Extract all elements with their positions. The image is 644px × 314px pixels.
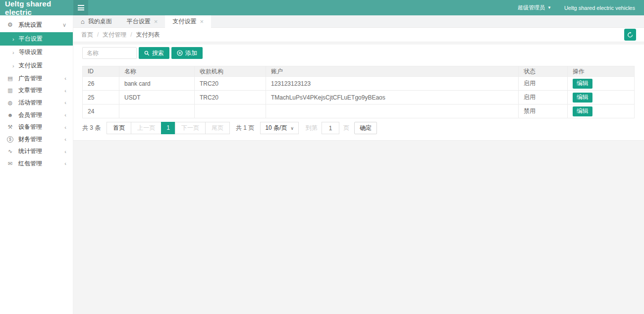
sidebar-item-label: 财务管理: [18, 135, 42, 144]
cell-agency: TRC20: [195, 91, 266, 105]
close-icon[interactable]: ×: [200, 18, 204, 25]
sidebar-subitem-platform-settings[interactable]: › 平台设置: [0, 32, 73, 46]
search-button-label: 搜索: [152, 49, 164, 57]
chevron-down-icon: ∨: [290, 126, 294, 131]
caret-down-icon: ▼: [547, 6, 551, 10]
table-row: 26 bank card TRC20 123123123123 启用 编辑: [83, 77, 635, 91]
add-button-label: 添加: [185, 49, 197, 57]
tab-my-desktop[interactable]: ⌂ 我的桌面: [73, 15, 119, 28]
breadcrumb-payment-list: 支付列表: [136, 31, 160, 39]
user-menu[interactable]: 超级管理员 ▼: [518, 4, 551, 11]
edit-button[interactable]: 编辑: [573, 106, 592, 116]
app-logo: Ueltg shared electric: [0, 0, 73, 16]
breadcrumb: 首页 / 支付管理 / 支付列表: [73, 28, 644, 42]
topbar-right: 超级管理员 ▼ Ueltg shared electric vehicles: [518, 4, 644, 11]
next-page-button: 下一页: [175, 122, 206, 134]
sidebar-item-system-settings[interactable]: ⚙ 系统设置 ∨: [0, 17, 73, 32]
table-row: 24 禁用 编辑: [83, 105, 635, 118]
edit-button[interactable]: 编辑: [573, 93, 592, 103]
sidebar-item-label: 红包管理: [18, 159, 42, 168]
device-icon: ⚒: [6, 124, 14, 130]
sidebar-item-device-management[interactable]: ⚒ 设备管理 ‹: [0, 121, 73, 133]
total-count: 共 3 条: [82, 124, 101, 132]
tab-payment-settings[interactable]: 支付设置 ×: [165, 15, 211, 28]
cell-name: USDT: [119, 91, 195, 105]
column-header-account: 账户: [266, 66, 519, 77]
cell-account: TMachLuPsV4PKejsCjtCFLuETgo9yBEaos: [266, 91, 519, 105]
redpacket-icon: ✉: [6, 160, 14, 167]
chevron-left-icon: ‹: [64, 75, 66, 81]
refresh-icon: [627, 32, 633, 38]
chevron-left-icon: ‹: [64, 160, 66, 166]
close-icon[interactable]: ×: [154, 18, 158, 25]
column-header-status: 状态: [519, 66, 568, 77]
tab-label: 支付设置: [172, 17, 196, 26]
arrow-right-icon: ›: [12, 50, 14, 55]
add-button[interactable]: 添加: [171, 47, 203, 59]
cell-id: 26: [83, 77, 119, 91]
last-page-button: 尾页: [205, 122, 230, 134]
arrow-right-icon: ›: [12, 63, 14, 69]
sidebar-item-label: 设备管理: [18, 123, 42, 131]
hamburger-icon: [78, 5, 84, 10]
sidebar-item-finance-management[interactable]: $ 财务管理 ‹: [0, 133, 73, 146]
menu-toggle-button[interactable]: [73, 0, 88, 15]
cell-agency: [195, 105, 266, 118]
sidebar-item-label: 系统设置: [18, 21, 42, 29]
content-area: 搜索 添加: [73, 42, 644, 314]
arrow-right-icon: ›: [12, 36, 14, 42]
column-header-id: ID: [83, 66, 119, 77]
cell-account: 123123123123: [266, 77, 519, 91]
username: 超级管理员: [518, 4, 545, 11]
sidebar: ⚙ 系统设置 ∨ › 平台设置 › 等级设置 › 支付设置 ▤ 广告管理 ‹ ▥…: [0, 15, 73, 314]
table-header-row: ID 名称 收款机构 账户 状态 操作: [83, 66, 635, 77]
tab-label: 平台设置: [127, 17, 151, 26]
confirm-button[interactable]: 确定: [354, 122, 377, 134]
payment-list-panel: 搜索 添加: [73, 45, 644, 141]
chevron-left-icon: ‹: [64, 112, 66, 118]
sidebar-item-article-management[interactable]: ▥ 文章管理 ‹: [0, 85, 73, 97]
sidebar-item-statistics-management[interactable]: ∿ 统计管理 ‹: [0, 146, 73, 158]
sidebar-item-redpacket-management[interactable]: ✉ 红包管理 ‹: [0, 157, 73, 170]
breadcrumb-separator: /: [130, 31, 132, 38]
sidebar-item-label: 统计管理: [18, 147, 42, 156]
edit-button[interactable]: 编辑: [573, 79, 592, 89]
sidebar-item-ad-management[interactable]: ▤ 广告管理 ‹: [0, 72, 73, 85]
sidebar-subitem-payment-settings[interactable]: › 支付设置: [0, 59, 73, 72]
page-buttons: 首页 上一页 1 下一页 尾页: [107, 122, 230, 134]
sidebar-item-label: 会员管理: [18, 111, 42, 119]
sidebar-subitem-label: 等级设置: [19, 48, 43, 56]
name-search-input[interactable]: [82, 47, 137, 59]
tab-platform-settings[interactable]: 平台设置 ×: [119, 15, 165, 28]
current-page-button[interactable]: 1: [161, 122, 175, 134]
prev-page-button: 上一页: [131, 122, 161, 134]
topbar: Ueltg shared electric 超级管理员 ▼ Ueltg shar…: [0, 0, 644, 15]
page-size-value: 10 条/页: [265, 124, 287, 132]
sidebar-item-member-management[interactable]: ☻ 会员管理 ‹: [0, 109, 73, 121]
goto-label: 到第: [306, 124, 318, 132]
breadcrumb-payment-management[interactable]: 支付管理: [103, 31, 126, 39]
chevron-left-icon: ‹: [64, 136, 66, 142]
chevron-left-icon: ‹: [64, 149, 66, 155]
goto-page-input[interactable]: [322, 122, 339, 134]
refresh-button[interactable]: [624, 29, 636, 41]
sidebar-item-activity-management[interactable]: ◍ 活动管理 ‹: [0, 97, 73, 109]
page-size-select[interactable]: 10 条/页 ∨: [260, 122, 299, 134]
sidebar-subitem-level-settings[interactable]: › 等级设置: [0, 46, 73, 59]
breadcrumb-home[interactable]: 首页: [81, 31, 93, 39]
member-icon: ☻: [6, 112, 14, 118]
search-icon: [144, 51, 150, 56]
site-name[interactable]: Ueltg shared electric vehicles: [564, 5, 635, 11]
search-button[interactable]: 搜索: [139, 47, 169, 59]
status-badge: 禁用: [519, 105, 568, 118]
cell-id: 24: [83, 105, 119, 118]
activity-icon: ◍: [6, 100, 14, 106]
ad-image-icon: ▤: [6, 75, 14, 82]
gear-icon: ⚙: [6, 21, 14, 28]
chevron-left-icon: ‹: [64, 100, 66, 105]
article-icon: ▥: [6, 87, 14, 94]
first-page-button[interactable]: 首页: [107, 122, 131, 134]
goto-unit: 页: [343, 124, 349, 132]
column-header-agency: 收款机构: [195, 66, 266, 77]
tab-bar: ⌂ 我的桌面 平台设置 × 支付设置 ×: [73, 15, 644, 28]
